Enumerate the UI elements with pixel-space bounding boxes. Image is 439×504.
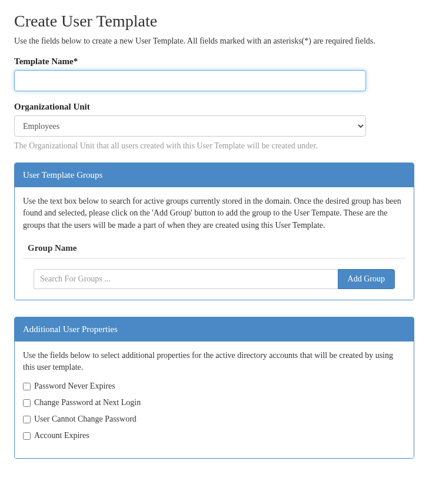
groups-panel-description: Use the text box below to search for act… bbox=[23, 195, 405, 231]
checkbox-row-password-never-expires: Password Never Expires bbox=[23, 382, 405, 391]
org-unit-help: The Organizational Unit that all users c… bbox=[14, 141, 425, 151]
properties-panel: Additional User Properties Use the field… bbox=[14, 317, 414, 459]
checkbox-change-password-next-login[interactable] bbox=[23, 399, 31, 407]
checkbox-row-change-password-next-login: Change Password at Next Login bbox=[23, 398, 405, 407]
checkbox-row-user-cannot-change-password: User Cannot Change Password bbox=[23, 415, 405, 424]
properties-panel-body: Use the fields below to select additiona… bbox=[15, 341, 414, 459]
page-intro: Use the fields below to create a new Use… bbox=[14, 37, 425, 46]
group-name-column-header: Group Name bbox=[23, 240, 405, 258]
checkbox-label: Change Password at Next Login bbox=[34, 398, 141, 407]
add-group-button[interactable]: Add Group bbox=[338, 269, 395, 289]
template-name-label: Template Name* bbox=[14, 57, 425, 67]
checkbox-password-never-expires[interactable] bbox=[23, 383, 31, 390]
groups-panel-header: User Template Groups bbox=[15, 163, 414, 187]
group-search-row: Add Group bbox=[34, 269, 395, 289]
org-unit-field: Organizational Unit Employees The Organi… bbox=[14, 102, 425, 151]
checkbox-user-cannot-change-password[interactable] bbox=[23, 416, 31, 423]
template-name-input[interactable] bbox=[14, 70, 366, 91]
org-unit-label: Organizational Unit bbox=[14, 102, 425, 112]
page-title: Create User Template bbox=[14, 12, 425, 31]
checkbox-label: Account Expires bbox=[34, 431, 89, 440]
groups-panel: User Template Groups Use the text box be… bbox=[14, 163, 414, 300]
checkbox-label: User Cannot Change Password bbox=[34, 415, 137, 424]
checkbox-account-expires[interactable] bbox=[23, 432, 31, 440]
org-unit-select[interactable]: Employees bbox=[14, 115, 366, 137]
template-name-field: Template Name* bbox=[14, 57, 425, 91]
properties-panel-header: Additional User Properties bbox=[15, 317, 414, 341]
groups-panel-body: Use the text box below to search for act… bbox=[15, 187, 414, 300]
checkbox-label: Password Never Expires bbox=[34, 382, 115, 391]
group-search-input[interactable] bbox=[34, 269, 338, 289]
properties-panel-description: Use the fields below to select additiona… bbox=[23, 350, 405, 374]
checkbox-row-account-expires: Account Expires bbox=[23, 431, 405, 440]
